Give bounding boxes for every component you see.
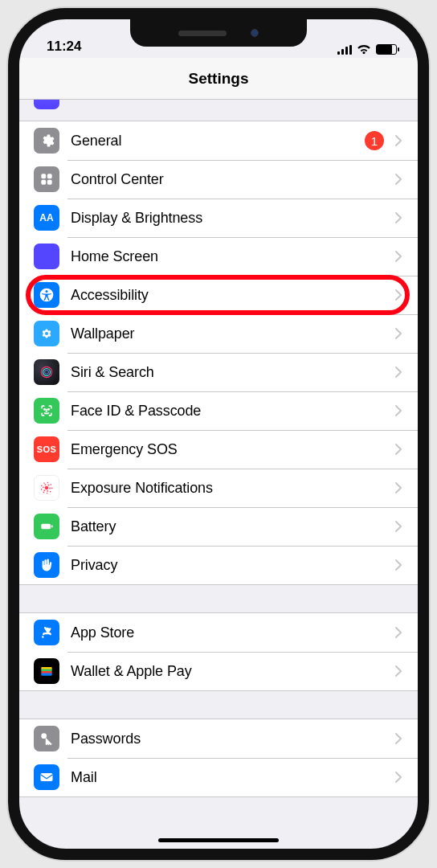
chevron-right-icon [390,665,406,677]
sliders-icon [34,166,59,192]
appstore-icon [34,620,59,645]
row-label: Accessibility [59,287,390,304]
row-label: Wallet & Apple Pay [59,663,390,680]
chevron-right-icon [390,444,406,455]
row-label: Face ID & Passcode [59,403,390,420]
svg-rect-1 [47,174,52,178]
svg-point-11 [43,368,50,375]
svg-point-5 [46,290,48,293]
svg-rect-2 [41,180,46,185]
chevron-right-icon [390,366,406,378]
status-time: 11:24 [47,39,81,55]
mail-icon [34,764,59,790]
exposure-icon [34,475,59,501]
settings-group: General 1 Control Center AA Display & Br… [19,121,418,585]
row-appstore[interactable]: App Store [19,613,418,652]
row-label: Home Screen [59,248,390,265]
key-icon [34,726,59,751]
flower-icon [34,321,59,346]
svg-rect-25 [41,773,53,781]
svg-point-15 [45,486,47,489]
chevron-right-icon [390,251,406,262]
accessibility-icon [34,282,59,308]
svg-rect-0 [41,174,46,178]
gear-icon [34,128,59,154]
chevron-right-icon [390,328,406,339]
chevron-right-icon [390,174,406,185]
row-display[interactable]: AA Display & Brightness [19,199,418,237]
row-label: App Store [59,624,390,641]
chevron-right-icon [390,627,406,638]
cellular-icon [337,45,352,55]
row-mail[interactable]: Mail [19,758,418,796]
row-battery[interactable]: Battery [19,507,418,546]
svg-point-14 [48,409,49,410]
battery-icon [34,514,59,539]
svg-rect-3 [47,180,52,185]
svg-point-9 [45,332,48,335]
row-control-center[interactable]: Control Center [19,160,418,199]
row-accessibility[interactable]: Accessibility [19,276,418,314]
row-label: Passwords [59,731,390,747]
row-label: Wallpaper [59,326,390,342]
wifi-icon [357,44,371,55]
wallet-icon [34,658,59,684]
row-wallpaper[interactable]: Wallpaper [19,314,418,353]
row-label: Emergency SOS [59,441,390,458]
row-privacy[interactable]: Privacy [19,546,418,584]
row-faceid[interactable]: Face ID & Passcode [19,391,418,430]
row-sos[interactable]: SOS Emergency SOS [19,430,418,469]
notch [130,19,307,47]
settings-group: App Store Wallet & Apple Pay [19,612,418,691]
row-exposure[interactable]: Exposure Notifications [19,469,418,507]
row-label: Display & Brightness [59,210,390,227]
row-label: Battery [59,518,390,535]
iphone-frame: 11:24 Settings General 1 [8,8,429,860]
chevron-right-icon [390,772,406,783]
svg-rect-23 [41,674,51,676]
chevron-right-icon [390,212,406,223]
hand-icon [34,552,59,578]
chevron-right-icon [390,135,406,146]
previous-row-icon [34,100,59,109]
row-label: Exposure Notifications [59,480,390,497]
row-label: Siri & Search [59,364,390,381]
side-button [418,252,423,341]
row-label: General [59,133,365,149]
text-size-icon: AA [34,205,59,231]
chevron-right-icon [390,405,406,416]
nav-bar: Settings [19,58,418,100]
sos-icon: SOS [34,436,59,462]
row-label: Mail [59,769,390,786]
row-siri[interactable]: Siri & Search [19,353,418,391]
row-label: Privacy [59,557,390,574]
home-indicator[interactable] [158,838,279,842]
row-label: Control Center [59,171,390,188]
row-general[interactable]: General 1 [19,121,418,160]
svg-point-12 [45,371,49,375]
svg-point-13 [44,409,45,410]
badge: 1 [365,131,384,150]
faceid-icon [34,398,59,424]
apps-grid-icon [34,244,59,269]
svg-rect-19 [51,525,53,527]
chevron-right-icon [390,559,406,571]
row-passwords[interactable]: Passwords [19,719,418,758]
row-wallet[interactable]: Wallet & Apple Pay [19,652,418,690]
siri-icon [34,359,59,385]
chevron-right-icon [390,733,406,744]
nav-title: Settings [189,70,249,88]
chevron-right-icon [390,521,406,532]
screen: 11:24 Settings General 1 [19,19,418,849]
chevron-right-icon [390,289,406,301]
row-home-screen[interactable]: Home Screen [19,237,418,276]
svg-rect-18 [41,524,51,530]
settings-list[interactable]: General 1 Control Center AA Display & Br… [19,100,418,849]
settings-group: Passwords Mail [19,719,418,797]
chevron-right-icon [390,482,406,493]
battery-icon [376,44,397,55]
